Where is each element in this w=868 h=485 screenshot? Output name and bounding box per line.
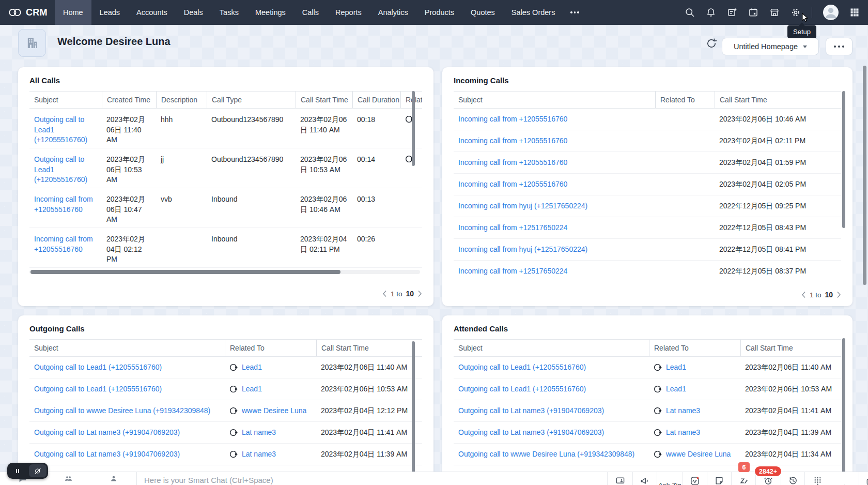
table-row[interactable]: Incoming call from +12055516760 2023年02月… [454, 174, 841, 195]
related-to-cell[interactable]: Lat name3 [649, 428, 740, 438]
user-avatar[interactable] [823, 5, 839, 20]
calendar-icon[interactable] [748, 7, 758, 18]
channels-tab[interactable]: Channels [45, 472, 91, 485]
phone-settings-button[interactable]: Phone [830, 472, 859, 485]
call-subject-link[interactable]: Incoming call from hyuj (+12517650224) [454, 245, 655, 255]
call-subject-link[interactable]: Incoming call from hyuj (+12517650224) [454, 201, 655, 211]
column-header-related-to[interactable]: Related To [655, 92, 715, 108]
call-subject-link[interactable]: Outgoing call to wwwe Desiree Luna (+919… [29, 406, 225, 416]
call-subject-link[interactable]: Incoming call from +12055516760 [454, 136, 655, 146]
related-record-link[interactable]: Lat name3 [242, 428, 276, 438]
column-header-description[interactable]: Description [156, 92, 207, 108]
column-header-subject[interactable]: Subject [454, 92, 655, 108]
call-subject-link[interactable]: Outgoing call to Lat name3 (+91904706920… [454, 428, 649, 438]
call-subject-link[interactable]: Outgoing call to Lead1 (+12055516760) [454, 362, 649, 373]
related-to-cell[interactable]: Lead1 [649, 384, 740, 395]
related-to-cell[interactable]: wwwe Desiree Luna [225, 406, 316, 416]
related-to-cell[interactable]: Lat name3 [225, 449, 316, 460]
table-row[interactable]: Outgoing call to wwwe Desiree Luna (+919… [454, 444, 841, 465]
table-row[interactable]: Outgoing call to Lead1 (+12055516760) Le… [454, 378, 841, 400]
column-header-subject[interactable]: Subject [29, 92, 102, 108]
table-row[interactable]: Incoming call from +12517650224 2022年12月… [454, 261, 841, 280]
nav-item-calls[interactable]: Calls [294, 0, 327, 25]
related-record-link[interactable]: wwwe Desiree Luna [242, 406, 306, 416]
call-subject-link[interactable]: Incoming call from +12517650224 [454, 266, 655, 277]
related-to-cell[interactable] [400, 148, 422, 191]
signals-button[interactable] [683, 472, 707, 485]
related-record-link[interactable]: Lead1 [242, 362, 262, 373]
panel-vertical-scrollbar[interactable] [842, 91, 845, 228]
call-subject-link[interactable]: Incoming call from +12055516760 [454, 158, 655, 168]
call-subject-link[interactable]: Outgoing call to Lat name3 (+91904706920… [29, 428, 225, 438]
column-header-related-to[interactable]: Related To [225, 340, 316, 356]
column-header-call-type[interactable]: Call Type [207, 92, 296, 108]
call-subject-link[interactable]: Outgoing call to Lead1 (+12055516760) [29, 148, 102, 191]
previous-page-icon[interactable] [801, 291, 806, 298]
related-to-cell[interactable]: Lead1 [649, 362, 740, 373]
column-header-related-to[interactable]: Related To [649, 340, 740, 356]
panel-vertical-scrollbar[interactable] [412, 91, 415, 166]
call-subject-link[interactable]: Incoming call from +12517650224 [454, 223, 655, 233]
related-record-link[interactable]: Lat name3 [666, 428, 700, 438]
call-subject-link[interactable]: Incoming call from +12055516760 [29, 228, 102, 270]
related-record-link[interactable]: Lat name3 [666, 406, 700, 416]
table-row[interactable]: Incoming call from +12055516760 2023年02月… [29, 188, 422, 228]
nav-item-home[interactable]: Home [55, 0, 91, 25]
call-subject-link[interactable]: Incoming call from +12055516760 [454, 114, 655, 125]
related-record-link[interactable]: Lead1 [242, 384, 262, 395]
related-to-cell[interactable]: Lead1 [225, 362, 316, 373]
table-row[interactable]: Incoming call from +12055516760 2023年02月… [454, 130, 841, 152]
panel-vertical-scrollbar[interactable] [412, 341, 415, 481]
call-subject-link[interactable]: Outgoing call to Lead1 (+12055516760) [29, 362, 225, 373]
column-header-related-to[interactable]: Related To [400, 92, 422, 108]
compose-note-icon[interactable] [727, 7, 737, 18]
column-header-call-start-time[interactable]: Call Start Time [715, 92, 841, 108]
nav-item-sales-orders[interactable]: Sales Orders [503, 0, 564, 25]
related-to-cell[interactable]: wwwe Desiree Luna [649, 449, 740, 460]
next-page-icon[interactable] [836, 291, 841, 298]
horizontal-scrollbar[interactable] [29, 270, 420, 274]
column-header-created-time[interactable]: Created Time [102, 92, 156, 108]
related-record-link[interactable]: wwwe Desiree Luna [666, 449, 731, 460]
dialpad-button[interactable] [805, 472, 830, 485]
table-row[interactable]: Incoming call from +12055516760 2023年02月… [454, 152, 841, 174]
nav-item-leads[interactable]: Leads [91, 0, 129, 25]
nav-item-deals[interactable]: Deals [176, 0, 211, 25]
copy-windows-button[interactable] [859, 472, 868, 485]
table-row[interactable]: Outgoing call to Lead1 (+12055516760) Le… [29, 357, 422, 378]
table-row[interactable]: Incoming call from +12055516760 2023年02月… [29, 228, 422, 268]
table-row[interactable]: Outgoing call to Lead1 (+12055516760) 20… [29, 109, 422, 148]
column-header-subject[interactable]: Subject [454, 340, 649, 356]
table-row[interactable]: Incoming call from hyuj (+12517650224) 2… [454, 239, 841, 261]
panel-vertical-scrollbar[interactable] [842, 338, 845, 478]
table-row[interactable]: Outgoing call to Lat name3 (+91904706920… [454, 422, 841, 444]
marketplace-store-icon[interactable] [769, 7, 780, 18]
call-subject-link[interactable]: Outgoing call to Lead1 (+12055516760) [29, 109, 102, 151]
setup-gear-icon[interactable] [791, 7, 801, 18]
call-subject-link[interactable]: Outgoing call to Lead1 (+12055516760) [454, 384, 649, 395]
nav-item-products[interactable]: Products [416, 0, 462, 25]
nav-item-accounts[interactable]: Accounts [128, 0, 176, 25]
nav-item-tasks[interactable]: Tasks [211, 0, 247, 25]
crm-logo[interactable]: CRM [0, 7, 55, 18]
homepage-selector-dropdown[interactable]: Untitled Homepage [722, 38, 819, 55]
sticky-notes-button[interactable] [707, 472, 731, 485]
horizontal-scrollbar-thumb[interactable] [30, 270, 340, 274]
zia-mute-button[interactable] [29, 464, 47, 477]
table-row[interactable]: Incoming call from hyuj (+12517650224) 2… [454, 195, 841, 217]
call-subject-link[interactable]: Outgoing call to Lead1 (+12055516760) [29, 384, 225, 395]
next-page-icon[interactable] [417, 290, 422, 297]
nav-item-meetings[interactable]: Meetings [247, 0, 294, 25]
related-record-link[interactable]: Lead1 [666, 362, 686, 373]
related-record-link[interactable]: Lat name3 [242, 449, 276, 460]
notifications-bell-icon[interactable] [706, 7, 716, 18]
table-row[interactable]: Outgoing call to Lat name3 (+91904706920… [29, 422, 422, 444]
zia-notebook-button[interactable] [731, 472, 755, 485]
call-subject-link[interactable]: Incoming call from +12055516760 [454, 179, 655, 190]
nav-item-quotes[interactable]: Quotes [462, 0, 503, 25]
ask-zia-button[interactable]: Ask Zia [657, 472, 683, 485]
column-header-call-start-time[interactable]: Call Start Time [296, 92, 352, 108]
table-row[interactable]: Incoming call from +12055516760 2023年02月… [454, 109, 841, 130]
table-row[interactable]: Outgoing call to Lat name3 (+91904706920… [29, 444, 422, 465]
table-row[interactable]: Outgoing call to Lat name3 (+91904706920… [454, 400, 841, 422]
